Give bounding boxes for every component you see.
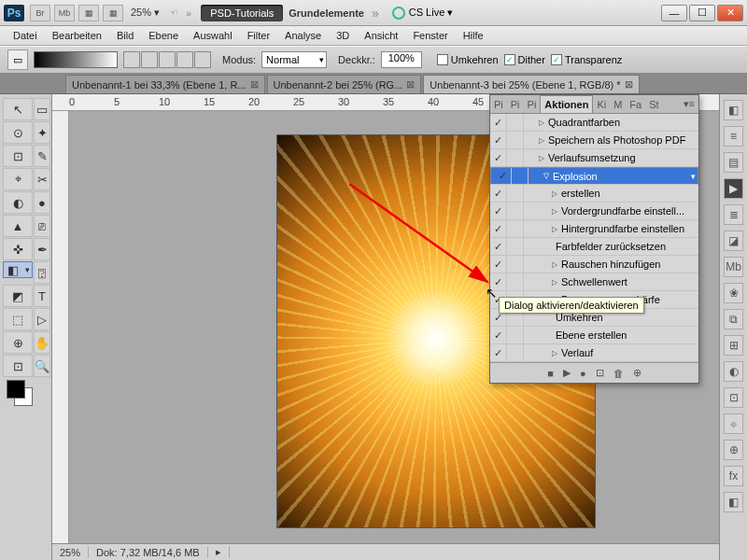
- doc-tab-2[interactable]: Unbenannt-2 bei 25% (RG...⊠: [267, 75, 422, 93]
- tool-preset-icon[interactable]: ▭: [7, 49, 28, 70]
- toggle-check[interactable]: ✓: [490, 238, 507, 255]
- tool-4[interactable]: ⊡: [3, 145, 33, 167]
- action-row[interactable]: ✓Farbfelder zurücksetzen: [490, 238, 698, 256]
- rail-button-11[interactable]: ⊡: [724, 387, 743, 408]
- dialog-toggle[interactable]: [512, 168, 529, 184]
- menu-analyse[interactable]: Analyse: [277, 30, 329, 41]
- toggle-check[interactable]: ✓: [495, 168, 512, 184]
- stop-button[interactable]: ■: [547, 368, 554, 379]
- minimize-button[interactable]: —: [661, 5, 687, 21]
- dialog-toggle[interactable]: [507, 220, 524, 237]
- toggle-check[interactable]: ✓: [490, 203, 507, 219]
- panel-tab[interactable]: St: [645, 99, 662, 110]
- tool-13[interactable]: ✒: [34, 238, 50, 260]
- tool-7[interactable]: ✂: [34, 168, 50, 190]
- panel-tab[interactable]: Fa: [626, 99, 645, 110]
- menu-ansicht[interactable]: Ansicht: [357, 30, 405, 41]
- tool-1[interactable]: ▭: [34, 98, 50, 120]
- dialog-toggle[interactable]: [507, 273, 524, 290]
- tool-22[interactable]: ⊡: [3, 355, 33, 377]
- new-set-button[interactable]: ⊡: [596, 367, 604, 379]
- tool-21[interactable]: ✋: [34, 331, 50, 354]
- tool-5[interactable]: ✎: [34, 145, 50, 167]
- panel-tab[interactable]: Ki: [593, 99, 610, 110]
- action-row[interactable]: ✓▽Explosion: [490, 167, 698, 185]
- dialog-toggle[interactable]: [507, 327, 524, 343]
- gradient-preview[interactable]: [34, 51, 118, 68]
- toggle-check[interactable]: ✓: [490, 185, 507, 202]
- menu-bearbeiten[interactable]: Bearbeiten: [45, 30, 109, 41]
- close-icon[interactable]: ⊠: [625, 78, 633, 91]
- rail-button-10[interactable]: ◐: [724, 361, 743, 382]
- mini-bridge-button[interactable]: Mb: [54, 5, 75, 21]
- toggle-check[interactable]: ✓: [490, 132, 507, 148]
- toggle-check[interactable]: ✓: [490, 256, 507, 273]
- panel-tab[interactable]: Pi: [490, 99, 507, 110]
- rail-button-4[interactable]: ≣: [724, 204, 743, 225]
- action-row[interactable]: ✓▷Hintergrundfarbe einstellen: [490, 220, 698, 238]
- dialog-toggle[interactable]: [507, 185, 524, 202]
- close-icon[interactable]: ⊠: [406, 78, 415, 91]
- gradient-diamond[interactable]: [194, 51, 211, 68]
- toggle-check[interactable]: ✓: [490, 327, 507, 343]
- dialog-toggle[interactable]: [507, 203, 524, 219]
- panel-tab-aktionen[interactable]: Aktionen: [540, 95, 593, 113]
- tool-15[interactable]: ⍰: [34, 261, 50, 284]
- dither-check[interactable]: ✓Dither: [504, 54, 545, 65]
- rail-button-6[interactable]: Mb: [724, 257, 743, 277]
- rail-button-9[interactable]: ⊞: [724, 335, 743, 356]
- layout-button-2[interactable]: ▦: [103, 5, 123, 21]
- tool-0[interactable]: ↖: [3, 98, 33, 120]
- menu-auswahl[interactable]: Auswahl: [186, 30, 240, 41]
- panel-menu-icon[interactable]: ▾≡: [680, 98, 698, 110]
- hand-icon[interactable]: ☜: [169, 7, 178, 19]
- rail-button-15[interactable]: ◧: [724, 492, 743, 512]
- transparenz-check[interactable]: ✓Transparenz: [551, 54, 622, 65]
- gradient-linear[interactable]: [123, 51, 140, 68]
- record-button[interactable]: ●: [580, 368, 586, 379]
- action-row[interactable]: ✓▷Speichern als Photoshop PDF: [490, 132, 698, 149]
- tool-8[interactable]: ◐: [3, 191, 33, 214]
- close-icon[interactable]: ⊠: [250, 78, 259, 91]
- dialog-toggle[interactable]: [507, 344, 524, 361]
- zoom-level[interactable]: 25% ▾: [131, 7, 160, 19]
- bridge-button[interactable]: Br: [30, 5, 50, 21]
- panel-tab[interactable]: Pi: [524, 99, 541, 110]
- tool-3[interactable]: ✦: [34, 121, 50, 144]
- rail-button-5[interactable]: ◪: [724, 231, 743, 251]
- gradient-reflected[interactable]: [176, 51, 193, 68]
- tool-6[interactable]: ⌖: [3, 168, 33, 190]
- action-row[interactable]: ✓▷Vordergrundfarbe einstell...: [490, 203, 698, 220]
- layout-button-1[interactable]: ▦: [78, 5, 99, 21]
- action-row[interactable]: ✓▷erstellen: [490, 185, 698, 203]
- maximize-button[interactable]: ☐: [689, 5, 715, 21]
- action-row[interactable]: ✓▷Verlauf: [490, 344, 698, 362]
- fg-color[interactable]: [7, 380, 25, 399]
- tool-19[interactable]: ▷: [34, 308, 50, 330]
- tool-18[interactable]: ⬚: [3, 308, 33, 330]
- tool-10[interactable]: ▲: [3, 215, 33, 237]
- toggle-check[interactable]: ✓: [490, 149, 507, 166]
- toggle-check[interactable]: ✓: [490, 114, 507, 131]
- tool-11[interactable]: ⎚: [34, 215, 50, 237]
- tool-17[interactable]: T: [34, 285, 50, 307]
- menu-3d[interactable]: 3D: [329, 30, 357, 41]
- status-arrow[interactable]: ▸: [208, 546, 230, 558]
- rail-button-13[interactable]: ⊕: [724, 440, 743, 460]
- rail-button-8[interactable]: ⧉: [724, 309, 743, 329]
- menu-fenster[interactable]: Fenster: [405, 30, 455, 41]
- workspace-pill[interactable]: PSD-Tutorials: [201, 5, 283, 21]
- action-row[interactable]: ✓▷Rauschen hinzufügen: [490, 256, 698, 273]
- new-action-button[interactable]: ⊕: [633, 367, 641, 379]
- toggle-check[interactable]: ✓: [490, 273, 507, 290]
- doc-tab-3[interactable]: Unbenannt-3 bei 25% (Ebene 1, RGB/8) *⊠: [423, 75, 639, 93]
- tool-23[interactable]: 🔍: [34, 355, 50, 377]
- trash-button[interactable]: 🗑: [613, 368, 624, 379]
- dialog-toggle[interactable]: [507, 132, 524, 148]
- dialog-toggle[interactable]: [507, 238, 524, 255]
- menu-ebene[interactable]: Ebene: [141, 30, 186, 41]
- panel-tab[interactable]: M: [610, 99, 626, 110]
- rail-button-2[interactable]: ▤: [724, 152, 743, 173]
- menu-filter[interactable]: Filter: [240, 30, 277, 41]
- tool-20[interactable]: ⊕: [3, 331, 33, 354]
